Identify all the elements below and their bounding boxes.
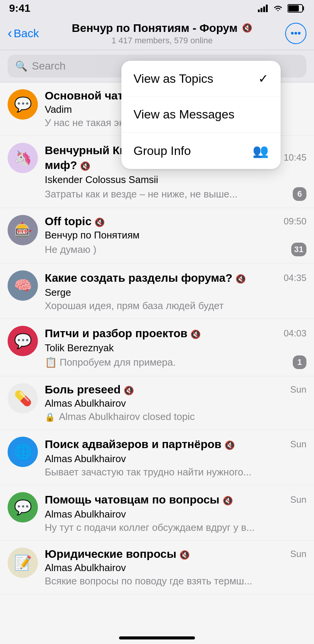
dropdown-item-icon-2: 👥 [253,143,268,158]
dropdown-item-label-2: Group Info [133,144,191,158]
dropdown-item-icon-0: ✓ [258,71,268,86]
dropdown-item-label-1: View as Messages [133,107,234,122]
dropdown-menu[interactable]: View as Topics✓View as MessagesGroup Inf… [121,61,281,169]
dropdown-item-1[interactable]: View as Messages [121,97,281,133]
dropdown-item-label-0: View as Topics [133,72,213,86]
dropdown-item-2[interactable]: Group Info👥 [121,133,281,169]
dropdown-item-0[interactable]: View as Topics✓ [121,61,281,97]
